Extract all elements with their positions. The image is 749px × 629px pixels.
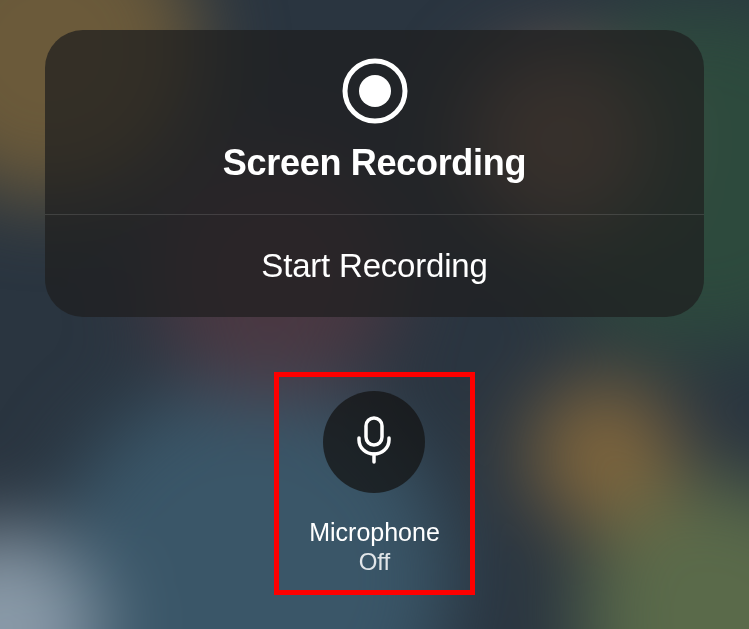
svg-rect-2 — [366, 418, 382, 445]
microphone-section: Microphone Off — [45, 372, 704, 595]
microphone-toggle-button[interactable] — [323, 391, 425, 493]
microphone-label: Microphone — [309, 517, 440, 548]
microphone-icon — [352, 416, 396, 468]
svg-point-1 — [359, 75, 391, 107]
record-icon — [342, 58, 408, 124]
microphone-status: Off — [359, 548, 391, 576]
panel-title: Screen Recording — [65, 142, 684, 184]
highlight-annotation: Microphone Off — [274, 372, 475, 595]
start-recording-label: Start Recording — [65, 247, 684, 285]
panel-header: Screen Recording — [45, 30, 704, 214]
screen-recording-panel: Screen Recording Start Recording — [45, 30, 704, 317]
start-recording-button[interactable]: Start Recording — [45, 215, 704, 317]
